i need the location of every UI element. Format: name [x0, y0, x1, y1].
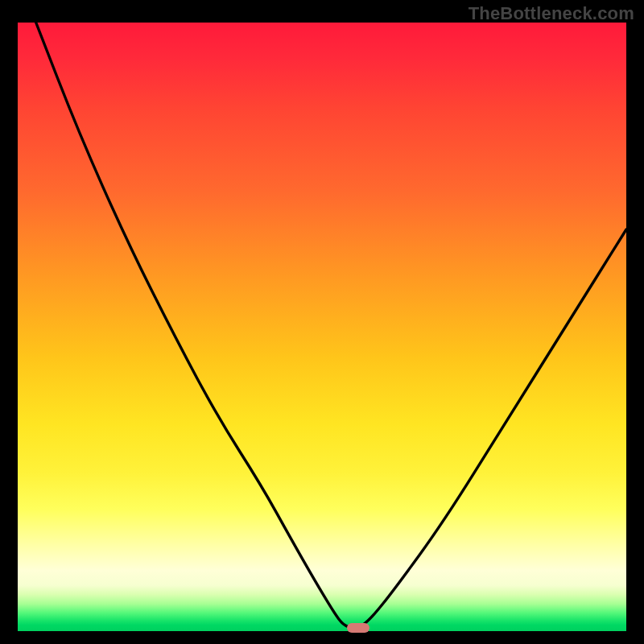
chart-frame: TheBottleneck.com: [0, 0, 644, 644]
watermark-text: TheBottleneck.com: [469, 3, 634, 24]
plot-area: [18, 23, 626, 631]
bottleneck-curve: [18, 23, 626, 631]
curve-path: [36, 23, 626, 628]
optimum-marker: [347, 623, 369, 633]
